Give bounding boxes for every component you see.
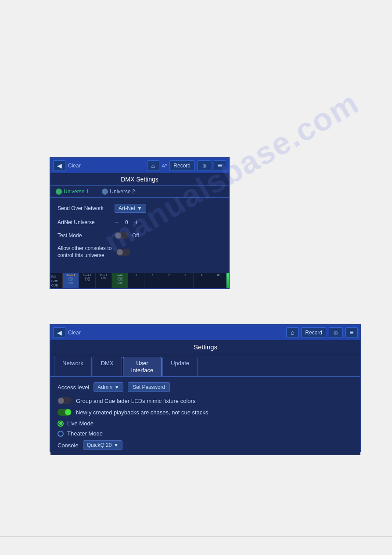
universe1-indicator bbox=[56, 189, 62, 195]
tab-universe1-label: Universe 1 bbox=[64, 189, 89, 195]
access-level-arrow: ▼ bbox=[114, 384, 119, 390]
set-password-button[interactable]: Set Password bbox=[128, 382, 170, 392]
allow-consoles-toggle[interactable] bbox=[116, 249, 130, 256]
artnet-select[interactable]: Art-Net ▼ bbox=[115, 204, 146, 213]
home-button-2[interactable]: ⌂ bbox=[286, 327, 298, 338]
option1-toggle[interactable] bbox=[58, 397, 72, 404]
theater-mode-label: Theater Mode bbox=[67, 430, 103, 437]
fader-col-9[interactable]: 9 bbox=[194, 273, 210, 288]
fader-col-7-name: 7 bbox=[162, 274, 176, 276]
fader-col-6-name: 6 bbox=[145, 274, 160, 276]
back-button-1[interactable]: ◀ bbox=[53, 160, 65, 171]
tab-universe2-label: Universe 2 bbox=[110, 189, 135, 195]
live-mode-radio[interactable] bbox=[58, 421, 64, 427]
console-select[interactable]: QuickQ 20 ▼ bbox=[83, 440, 123, 450]
home-button-1[interactable]: ⌂ bbox=[147, 160, 159, 171]
fader-cue-label: CUE bbox=[51, 284, 61, 287]
clear-button-2[interactable]: Clear bbox=[68, 330, 81, 336]
fader-col-5[interactable]: 5 bbox=[128, 273, 144, 288]
fader-columns: Stack 1 1.00 2.00 7.00 Stack 2 1.00 2.00… bbox=[63, 273, 229, 288]
record-button-1[interactable]: Record bbox=[169, 160, 194, 171]
send-over-network-row: Send Over Network Art-Net ▼ bbox=[58, 204, 222, 213]
page-bottom-line bbox=[0, 536, 392, 537]
fader-col-9-name: 9 bbox=[194, 274, 209, 276]
tab-update[interactable]: Update bbox=[162, 357, 198, 376]
console-arrow: ▼ bbox=[113, 442, 119, 448]
fader-col-2[interactable]: Stack 2 1.00 2.00 bbox=[79, 273, 95, 288]
settings-title: Settings bbox=[50, 340, 360, 354]
fader-col-2-grp: 2.00 bbox=[85, 279, 90, 282]
fader-col-3-fix: 1.00 bbox=[101, 276, 106, 279]
tab-user-interface[interactable]: UserInterface bbox=[123, 357, 162, 376]
console-row: Console QuickQ 20 ▼ bbox=[58, 440, 353, 450]
access-level-row: Access level Admin ▼ Set Password bbox=[58, 382, 353, 392]
allow-consoles-row: Allow other consoles to control this uni… bbox=[58, 245, 222, 259]
fader-col-7[interactable]: 7 bbox=[161, 273, 177, 288]
fader-col-6[interactable]: 6 bbox=[144, 273, 161, 288]
allow-consoles-knob bbox=[117, 249, 123, 255]
tab-universe1[interactable]: Universe 1 bbox=[54, 188, 90, 196]
test-mode-row: Test Mode Off bbox=[58, 232, 222, 239]
console-label: Console bbox=[58, 442, 79, 449]
option2-row: Newly created playbacks are chases, not … bbox=[58, 409, 353, 416]
fader-fix-label: FIX bbox=[51, 275, 61, 278]
test-mode-toggle[interactable] bbox=[115, 232, 129, 239]
fader-col-1[interactable]: Stack 1 1.00 2.00 7.00 bbox=[63, 273, 79, 288]
access-level-label: Access level bbox=[58, 384, 89, 391]
dmx-settings-content: Send Over Network Art-Net ▼ ArtNet Unive… bbox=[50, 198, 229, 271]
option1-row: Group and Cue fader LEDs mimic fixture c… bbox=[58, 397, 353, 404]
tab-dmx[interactable]: DMX bbox=[93, 357, 122, 376]
test-mode-toggle-row: Off bbox=[115, 232, 139, 239]
fader-grp-label: GRP bbox=[51, 279, 61, 283]
artnet-universe-control: − 0 + bbox=[115, 219, 139, 226]
test-mode-value: Off bbox=[132, 232, 139, 239]
artnet-select-value: Art-Net bbox=[119, 205, 135, 211]
console-value: QuickQ 20 bbox=[87, 442, 112, 448]
send-over-network-label: Send Over Network bbox=[58, 205, 115, 211]
settings-main-content: Access level Admin ▼ Set Password Group … bbox=[50, 377, 360, 455]
menu-button-1[interactable]: ≡ bbox=[214, 160, 226, 171]
theater-mode-row: Theater Mode bbox=[58, 430, 353, 437]
fader-col-1-cue: 7.00 bbox=[68, 282, 73, 284]
settings-nav-tabs: Network DMX UserInterface Update bbox=[50, 354, 360, 377]
fader-col-4-cue: 1.00 bbox=[117, 282, 122, 284]
fader-col-4[interactable]: tester 1.00 2.00 1.00 bbox=[112, 273, 128, 288]
live-mode-row: Live Mode bbox=[58, 420, 353, 427]
fader-col-8-name: 8 bbox=[178, 274, 193, 276]
access-level-value: Admin bbox=[97, 384, 112, 390]
theater-mode-radio[interactable] bbox=[58, 431, 64, 437]
settings-window: ◀ Clear ⌂ Record ⊞ ≡ Settings Network DM… bbox=[50, 324, 361, 452]
fader-col-10-name: 10 bbox=[211, 274, 226, 276]
fader-col-8[interactable]: 8 bbox=[177, 273, 194, 288]
clear-button-1[interactable]: Clear bbox=[68, 163, 81, 169]
fader-labels: FIX GRP CUE bbox=[50, 273, 63, 288]
grid-button-1[interactable]: ⊞ bbox=[197, 160, 211, 171]
test-mode-knob bbox=[115, 232, 121, 239]
tab-universe2[interactable]: Universe 2 bbox=[100, 188, 137, 196]
test-mode-label: Test Mode bbox=[58, 232, 115, 239]
artnet-universe-decrement[interactable]: − bbox=[115, 219, 119, 226]
toolbar-1: ◀ Clear ⌂ A* Record ⊞ ≡ bbox=[50, 158, 229, 173]
artnet-universe-row: ArtNet Universe − 0 + bbox=[58, 219, 222, 226]
access-level-select[interactable]: Admin ▼ bbox=[94, 382, 123, 392]
option1-knob bbox=[58, 398, 64, 404]
dmx-settings-title: DMX Settings bbox=[50, 173, 229, 186]
option2-toggle[interactable] bbox=[58, 409, 72, 416]
universe-tabs: Universe 1 Universe 2 bbox=[50, 186, 229, 198]
artnet-universe-increment[interactable]: + bbox=[134, 219, 138, 226]
fader-col-5-name: 5 bbox=[129, 274, 144, 276]
option1-text: Group and Cue fader LEDs mimic fixture c… bbox=[76, 398, 195, 404]
universe2-indicator bbox=[102, 189, 108, 195]
back-button-2[interactable]: ◀ bbox=[53, 327, 65, 338]
artnet-universe-label: ArtNet Universe bbox=[58, 219, 115, 225]
fader-col-10[interactable]: 10 bbox=[210, 273, 226, 288]
live-mode-label: Live Mode bbox=[67, 420, 94, 427]
record-button-2[interactable]: Record bbox=[301, 327, 326, 338]
allow-consoles-label: Allow other consoles to control this uni… bbox=[58, 245, 115, 259]
artnet-select-arrow: ▼ bbox=[137, 205, 142, 211]
artnet-universe-value: 0 bbox=[122, 219, 131, 225]
fader-col-3[interactable]: Cue 3 1.00 bbox=[96, 273, 112, 288]
tab-network[interactable]: Network bbox=[54, 357, 92, 376]
grid-button-2[interactable]: ⊞ bbox=[329, 327, 343, 338]
menu-button-2[interactable]: ≡ bbox=[345, 327, 358, 338]
